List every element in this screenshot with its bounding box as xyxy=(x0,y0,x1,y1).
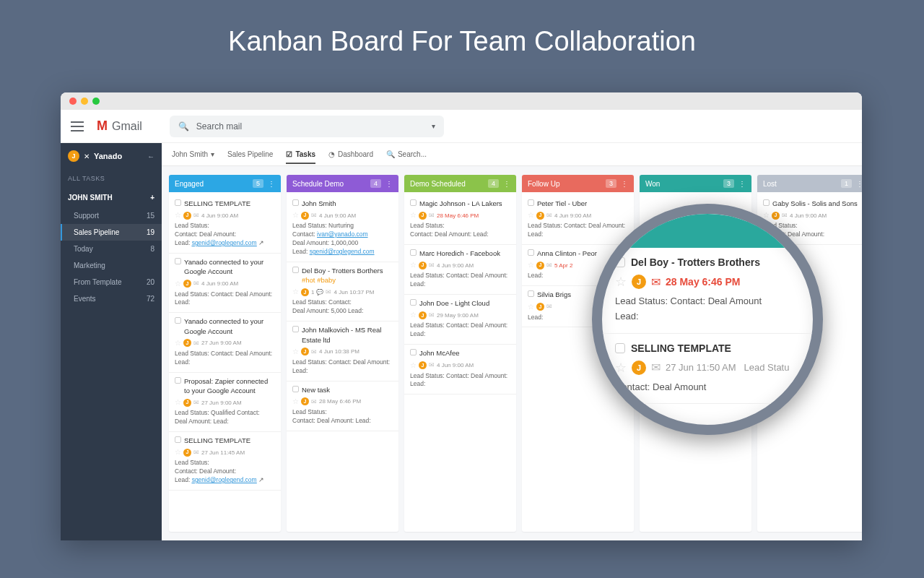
nav-user[interactable]: John Smith ▾ xyxy=(172,150,214,158)
checkbox-icon[interactable] xyxy=(292,326,299,332)
card-date: 28 May 6:46 PM xyxy=(319,397,361,405)
sidebar-item[interactable]: Support15 xyxy=(61,207,162,224)
card-date: 4 Jun 10:37 PM xyxy=(334,288,374,296)
kanban-card[interactable]: Proposal: Zapier connected to your Googl… xyxy=(169,373,281,432)
kanban-card[interactable]: Del Boy - Trotters Borthers #hot #baby ☆… xyxy=(287,262,398,322)
star-icon[interactable]: ☆ xyxy=(292,287,299,297)
search-input[interactable]: 🔍 Search mail ▾ xyxy=(170,116,444,137)
sidebar-user[interactable]: JOHN SMITH + xyxy=(61,188,162,207)
column-menu-icon[interactable]: ⋮ xyxy=(621,180,628,188)
kanban-card[interactable]: John McAfee ☆J✉4 Jun 9:00 AM Lead Status… xyxy=(404,345,516,394)
checkbox-icon[interactable] xyxy=(410,299,417,306)
star-icon[interactable]: ☆ xyxy=(292,347,299,357)
star-icon[interactable]: ☆ xyxy=(615,274,627,290)
star-icon[interactable]: ☆ xyxy=(528,302,534,312)
kanban-card[interactable]: Magic Johnson - LA Lakers ☆J✉28 May 6:46… xyxy=(404,195,516,245)
star-icon[interactable]: ☆ xyxy=(175,279,181,289)
checkbox-icon[interactable] xyxy=(528,249,534,256)
nav-pipeline[interactable]: Sales Pipeline xyxy=(227,150,273,158)
checkbox-icon[interactable] xyxy=(410,249,417,256)
checkbox-icon[interactable] xyxy=(292,199,299,206)
sidebar-user-name: JOHN SMITH xyxy=(68,194,113,202)
checkbox-icon[interactable] xyxy=(763,199,770,206)
checkbox-icon[interactable] xyxy=(175,436,181,443)
sidebar-item[interactable]: Sales Pipeline19 xyxy=(61,224,162,241)
star-icon[interactable]: ☆ xyxy=(175,338,181,348)
kanban-card[interactable]: John Doe - Light Cloud ☆J✉29 May 9:00 AM… xyxy=(404,295,516,345)
close-icon[interactable] xyxy=(69,98,77,105)
star-icon[interactable]: ☆ xyxy=(528,260,534,270)
star-icon[interactable]: ☆ xyxy=(292,397,299,407)
column-header[interactable]: Won 3 ⋮ xyxy=(640,175,751,192)
star-icon[interactable]: ☆ xyxy=(410,210,417,220)
checkbox-icon[interactable] xyxy=(410,199,417,206)
star-icon[interactable]: ☆ xyxy=(292,210,299,220)
star-icon[interactable]: ☆ xyxy=(410,361,417,371)
sidebar-item[interactable]: Events72 xyxy=(61,290,162,307)
checkbox-icon[interactable] xyxy=(292,267,299,273)
checkbox-icon[interactable] xyxy=(615,257,625,267)
column-header[interactable]: Demo Scheduled 4 ⋮ xyxy=(404,175,516,192)
kanban-card[interactable]: Marc Horedich - Facebook ☆J✉4 Jun 9:00 A… xyxy=(404,245,516,295)
kanban-card[interactable]: Peter Tiel - Uber ☆J✉4 Jun 9:00 AM Lead … xyxy=(522,195,634,245)
sidebar-section-all[interactable]: ALL TASKS xyxy=(61,169,162,188)
maximize-icon[interactable] xyxy=(92,98,100,105)
sidebar-item-label: Marketing xyxy=(74,262,105,269)
checkbox-icon[interactable] xyxy=(528,290,534,297)
tab-dashboard[interactable]: ◔ Dashboard xyxy=(328,150,373,158)
star-icon[interactable]: ☆ xyxy=(175,447,181,457)
magnifier-card-2[interactable]: SELLING TEMPLATE ☆ J ✉ 27 Jun 11:50 AM L… xyxy=(602,334,813,405)
menu-icon[interactable] xyxy=(71,121,84,131)
checkbox-icon[interactable] xyxy=(292,386,299,392)
checkbox-icon[interactable] xyxy=(175,377,181,384)
magnifier-card-1[interactable]: Del Boy - Trotters Brothers ☆ J ✉ 28 May… xyxy=(602,248,813,334)
column-menu-icon[interactable]: ⋮ xyxy=(856,180,862,188)
kanban-card[interactable]: John Malkovich - MS Real Estate ltd ☆J✉4… xyxy=(287,322,398,381)
avatar-icon: J xyxy=(301,288,309,296)
chevron-down-icon[interactable]: ▾ xyxy=(432,122,435,130)
column-menu-icon[interactable]: ⋮ xyxy=(738,180,746,188)
back-arrow-icon[interactable]: ← xyxy=(147,152,154,160)
column-header[interactable]: Lost 1 ⋮ xyxy=(757,175,862,192)
checkbox-icon[interactable] xyxy=(528,199,534,206)
kanban-card[interactable]: SELLING TEMPLATE ☆J✉4 Jun 9:00 AM Lead S… xyxy=(169,195,281,254)
sidebar-item[interactable]: Marketing xyxy=(61,257,162,274)
column-header[interactable]: Engaged 5 ⋮ xyxy=(169,175,281,192)
column-menu-icon[interactable]: ⋮ xyxy=(385,180,393,188)
kanban-card[interactable]: SELLING TEMPLATE ☆J✉27 Jun 11:45 AM Lead… xyxy=(169,432,281,491)
kanban-card[interactable]: John Smith ☆J✉4 Jun 9:00 AM Lead Status:… xyxy=(287,195,398,262)
sidebar-item[interactable]: From Template20 xyxy=(61,274,162,290)
column-menu-icon[interactable]: ⋮ xyxy=(268,180,275,188)
checkbox-icon[interactable] xyxy=(175,258,181,264)
checkbox-icon[interactable] xyxy=(410,349,417,355)
search-icon: 🔍 xyxy=(178,121,189,131)
mail-icon: ✉ xyxy=(311,397,317,407)
avatar-icon: J xyxy=(536,303,544,311)
checkbox-icon[interactable] xyxy=(615,343,625,353)
tab-tasks[interactable]: ☑ Tasks xyxy=(286,150,315,164)
star-icon[interactable]: ☆ xyxy=(410,260,417,270)
checkbox-icon[interactable] xyxy=(175,199,181,206)
star-icon[interactable]: ☆ xyxy=(410,310,417,320)
magnifier-overlay: Won Del Boy - Trotters Brothers ☆ J ✉ 28… xyxy=(592,204,823,435)
nav-search[interactable]: 🔍 Search... xyxy=(386,150,427,158)
star-icon[interactable]: ☆ xyxy=(528,210,534,220)
search-placeholder: Search mail xyxy=(196,121,242,131)
user-avatar-icon[interactable]: J xyxy=(68,150,79,162)
gmail-logo[interactable]: M Gmail xyxy=(97,118,142,134)
kanban-card[interactable]: Yanado connected to your Google Account … xyxy=(169,313,281,372)
star-icon[interactable]: ☆ xyxy=(615,360,627,376)
column-header[interactable]: Schedule Demo 4 ⋮ xyxy=(287,175,398,192)
kanban-card[interactable]: Yanado connected to your Google Account … xyxy=(169,254,281,313)
add-icon[interactable]: + xyxy=(150,194,154,202)
column-cards xyxy=(640,192,751,198)
kanban-card[interactable]: New task ☆J✉28 May 6:46 PM Lead Status: … xyxy=(287,381,398,431)
sidebar-item[interactable]: Today8 xyxy=(61,241,162,257)
checkbox-icon[interactable] xyxy=(175,317,181,324)
card-title: Peter Tiel - Uber xyxy=(537,199,587,208)
star-icon[interactable]: ☆ xyxy=(175,397,181,407)
column-header[interactable]: Follow Up 3 ⋮ xyxy=(522,175,634,192)
column-menu-icon[interactable]: ⋮ xyxy=(503,180,510,188)
minimize-icon[interactable] xyxy=(81,98,88,105)
star-icon[interactable]: ☆ xyxy=(175,210,181,220)
